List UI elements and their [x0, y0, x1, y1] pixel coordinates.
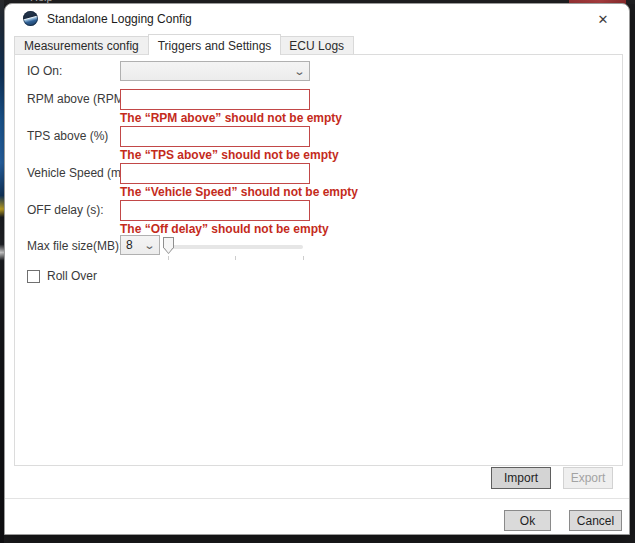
desktop-background: Help Standalone Logging Config ✕ Measure…: [0, 0, 635, 543]
footer-divider: [5, 498, 629, 499]
max-file-size-slider[interactable]: [163, 236, 315, 262]
roll-over-label: Roll Over: [47, 269, 97, 283]
triggers-settings-tab-page: IO On: ⌄ RPM above (RPM): The “RPM above…: [14, 54, 623, 466]
chevron-down-icon: ⌄: [143, 240, 155, 251]
max-file-size-label: Max file size(MB):: [27, 239, 122, 253]
tab-triggers-and-settings[interactable]: Triggers and Settings: [148, 34, 282, 55]
slider-tick: [303, 256, 304, 260]
title-bar[interactable]: Standalone Logging Config ✕: [5, 4, 629, 34]
export-button: Export: [563, 467, 613, 489]
rpm-above-label: RPM above (RPM):: [27, 92, 131, 106]
io-on-dropdown[interactable]: ⌄: [120, 61, 310, 81]
cancel-button[interactable]: Cancel: [569, 510, 622, 531]
slider-track[interactable]: [168, 245, 303, 249]
vehicle-speed-error: The “Vehicle Speed” should not be empty: [120, 185, 358, 199]
standalone-logging-config-dialog: Standalone Logging Config ✕ Measurements…: [4, 3, 630, 535]
vehicle-speed-input[interactable]: [120, 163, 310, 184]
slider-tick: [235, 256, 236, 260]
slider-tick: [168, 256, 169, 260]
off-delay-label: OFF delay (s):: [27, 203, 104, 217]
chevron-down-icon: ⌄: [293, 66, 305, 77]
rpm-above-input[interactable]: [120, 89, 310, 110]
close-icon[interactable]: ✕: [583, 6, 623, 32]
import-button[interactable]: Import: [491, 467, 551, 489]
tab-ecu-logs[interactable]: ECU Logs: [280, 36, 354, 55]
slider-thumb[interactable]: [163, 237, 174, 254]
max-file-size-value: 8: [126, 238, 133, 252]
tab-strip: Measurements config Triggers and Setting…: [14, 34, 354, 55]
off-delay-error: The “Off delay” should not be empty: [120, 222, 329, 236]
max-file-size-dropdown[interactable]: 8 ⌄: [120, 235, 160, 255]
app-logo-icon: [23, 11, 38, 26]
dialog-title: Standalone Logging Config: [47, 12, 192, 26]
roll-over-checkbox[interactable]: [27, 270, 40, 283]
io-on-label: IO On:: [27, 64, 62, 78]
tps-above-error: The “TPS above” should not be empty: [120, 148, 339, 162]
tab-measurements-config[interactable]: Measurements config: [14, 36, 149, 55]
off-delay-input[interactable]: [120, 200, 310, 221]
tps-above-label: TPS above (%): [27, 129, 108, 143]
tps-above-input[interactable]: [120, 126, 310, 147]
ok-button[interactable]: Ok: [504, 510, 551, 531]
rpm-above-error: The “RPM above” should not be empty: [120, 111, 342, 125]
